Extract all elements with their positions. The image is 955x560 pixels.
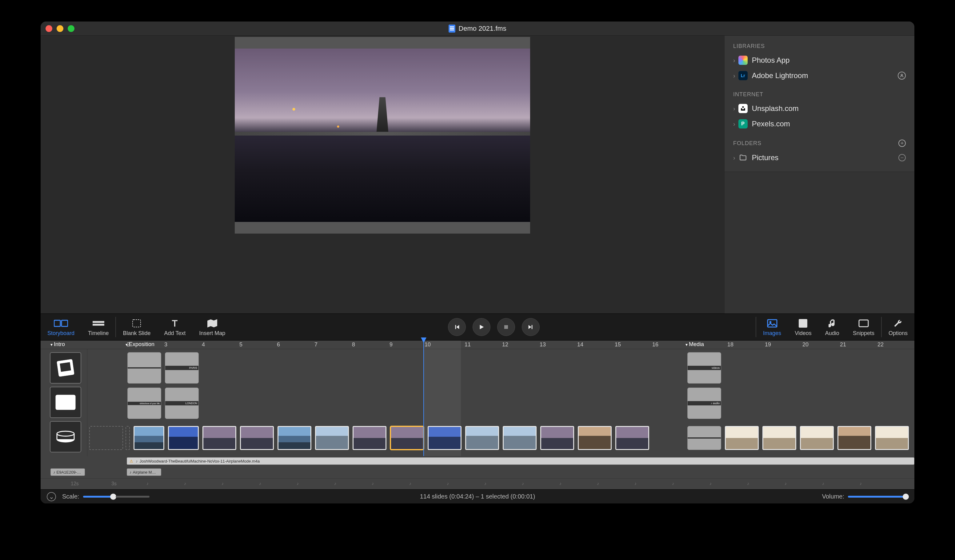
beat-mark-icon: ♪: [484, 481, 487, 486]
beat-mark-icon: ♪: [860, 481, 862, 486]
blank-slide-button[interactable]: Blank Slide: [116, 314, 157, 340]
storyboard-grid[interactable]: PARIS slideshow of your life LONDON vide…: [88, 349, 914, 456]
storyboard-icon: [54, 318, 68, 329]
photo-clip[interactable]: [277, 426, 312, 450]
images-tab[interactable]: Images: [756, 314, 788, 340]
svg-rect-8: [768, 320, 777, 327]
music-note-icon: ♪: [130, 470, 132, 474]
timeline-button[interactable]: Timeline: [81, 314, 115, 340]
folder-add-button[interactable]: +: [899, 140, 906, 147]
slider-knob[interactable]: [903, 494, 909, 500]
photo-clip[interactable]: [315, 426, 349, 450]
chapter-marker-media[interactable]: Media: [686, 341, 704, 348]
minimize-icon[interactable]: [56, 25, 63, 32]
photo-clip[interactable]: [578, 426, 612, 450]
preview-image: [235, 48, 530, 222]
preview-canvas[interactable]: [235, 37, 530, 234]
photo-clip[interactable]: [725, 426, 759, 450]
photo-clip[interactable]: [465, 426, 499, 450]
photo-clip[interactable]: [615, 426, 649, 450]
stop-button[interactable]: [497, 318, 515, 336]
chapter-marker-exposition[interactable]: Exposition: [125, 341, 155, 348]
svg-point-15: [57, 431, 74, 436]
text-clip-london[interactable]: LONDON: [165, 388, 199, 419]
volume-slider[interactable]: [848, 494, 908, 500]
add-text-button[interactable]: T Add Text: [157, 314, 192, 340]
options-button[interactable]: Options: [882, 314, 914, 340]
svg-rect-13: [60, 362, 71, 372]
duration-label: 12s: [71, 481, 79, 487]
sidebar-item-pexels[interactable]: › P Pexels.com: [725, 116, 914, 131]
audio-icon: [828, 318, 836, 329]
beat-mark-icon: ♪: [447, 481, 449, 486]
videos-tab[interactable]: Videos: [788, 314, 819, 340]
track-photo-toggle[interactable]: [50, 352, 81, 384]
snippets-icon: [858, 318, 869, 329]
track-selectors: [41, 349, 88, 456]
audio-chip[interactable]: ♪ E9A1E209-…: [50, 468, 85, 476]
text-clip[interactable]: slideshow of your life: [127, 388, 161, 419]
drop-zone[interactable]: [125, 426, 130, 450]
photo-clip[interactable]: [838, 426, 871, 450]
folder-remove-button[interactable]: −: [899, 154, 906, 161]
skip-to-start-button[interactable]: [448, 318, 466, 336]
text-clip-paris[interactable]: PARIS: [165, 352, 199, 384]
audio-track-main[interactable]: ♪ JoshWoodward-TheBeautifulMachine-NoVox…: [127, 457, 914, 465]
text-clip-videos[interactable]: videos: [687, 352, 721, 384]
ruler-tick: 16: [652, 342, 658, 348]
lightroom-icon: Lr: [738, 71, 748, 80]
photo-clip[interactable]: [240, 426, 274, 450]
beat-mark-icon: ♪: [297, 481, 299, 486]
sidebar-item-label: Adobe Lightroom: [752, 71, 808, 80]
scale-slider[interactable]: [83, 494, 150, 500]
photos-app-icon: [738, 56, 748, 65]
beat-mark-icon: ♪: [597, 481, 599, 486]
track-video-toggle[interactable]: [50, 387, 81, 418]
snippets-tab[interactable]: Snippets: [846, 314, 881, 340]
text-clip[interactable]: [127, 352, 161, 384]
media-divider-clip[interactable]: [687, 426, 721, 450]
photo-clip[interactable]: [875, 426, 909, 450]
user-account-icon[interactable]: [898, 72, 906, 80]
skip-to-end-button[interactable]: [522, 318, 540, 336]
beat-mark-icon: ♪: [372, 481, 374, 486]
playback-controls: [232, 314, 756, 340]
photo-clip[interactable]: [168, 426, 199, 450]
ruler-tick: 9: [390, 342, 393, 348]
text-clip-audio[interactable]: ♪ audio: [687, 388, 721, 419]
timeline-ruler[interactable]: Intro 2 Exposition 3 4 5 6 7 8 9 10 11 1…: [41, 340, 914, 349]
play-button[interactable]: [473, 318, 490, 336]
photo-clip[interactable]: [762, 426, 796, 450]
expand-button[interactable]: ⌄: [47, 492, 56, 501]
insert-map-button[interactable]: Insert Map: [192, 314, 232, 340]
wrench-icon: [894, 318, 902, 329]
photo-clip[interactable]: [503, 426, 537, 450]
photo-clip[interactable]: [202, 426, 236, 450]
maximize-icon[interactable]: [68, 25, 74, 32]
beat-mark-icon: ♪: [634, 481, 637, 486]
photo-clip[interactable]: [352, 426, 387, 450]
ruler-tick: 5: [240, 342, 243, 348]
audio-chip[interactable]: ♪ Airplane M…: [127, 468, 161, 476]
toolbar-label: Timeline: [88, 330, 109, 337]
ruler-tick: 22: [877, 342, 884, 348]
audio-tab[interactable]: Audio: [819, 314, 846, 340]
storyboard-button[interactable]: Storyboard: [41, 314, 81, 340]
photo-clip[interactable]: [133, 426, 164, 450]
window-title-text: Demo 2021.fms: [459, 25, 506, 33]
sidebar-item-photos-app[interactable]: › Photos App: [725, 53, 914, 68]
track-magic-toggle[interactable]: [50, 421, 81, 452]
playhead[interactable]: [423, 340, 424, 456]
slider-knob[interactable]: [110, 494, 116, 500]
photo-clip[interactable]: [540, 426, 574, 450]
photo-clip[interactable]: [800, 426, 834, 450]
close-icon[interactable]: [45, 25, 52, 32]
chevron-right-icon: ›: [733, 72, 735, 79]
sidebar-item-pictures[interactable]: › Pictures −: [725, 150, 914, 165]
drop-zone[interactable]: [89, 426, 123, 450]
svg-point-0: [901, 74, 903, 76]
sidebar-item-adobe-lightroom[interactable]: › Lr Adobe Lightroom: [725, 68, 914, 83]
chapter-marker-intro[interactable]: Intro: [50, 341, 65, 348]
sidebar-item-unsplash[interactable]: › Unsplash.com: [725, 101, 914, 116]
photo-clip-selected[interactable]: [390, 426, 424, 450]
